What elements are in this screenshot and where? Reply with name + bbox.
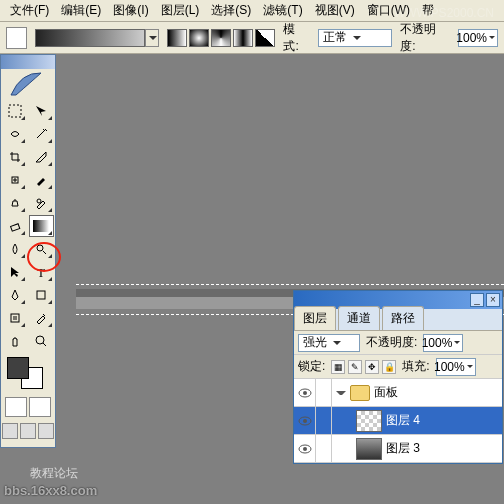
- folder-icon: [350, 385, 370, 401]
- layer-opacity-label: 不透明度:: [366, 334, 417, 351]
- path-selection-tool[interactable]: [2, 261, 27, 283]
- layer-blend-mode-select[interactable]: 强光: [298, 334, 360, 352]
- gradient-picker-dropdown[interactable]: [145, 29, 159, 47]
- radial-gradient-button[interactable]: [189, 29, 209, 47]
- svg-point-11: [303, 391, 307, 395]
- slice-tool[interactable]: [29, 146, 54, 168]
- layer-row[interactable]: 图层 3: [294, 435, 502, 463]
- lock-label: 锁定:: [298, 358, 325, 375]
- blend-mode-select[interactable]: 正常: [318, 29, 392, 47]
- lock-pixels-icon[interactable]: ✎: [348, 360, 362, 374]
- opacity-input[interactable]: 100%: [458, 29, 498, 47]
- panel-close-button[interactable]: ×: [486, 293, 500, 307]
- color-swatches: [5, 357, 51, 393]
- opacity-label: 不透明度:: [400, 21, 450, 55]
- magic-wand-tool[interactable]: [29, 123, 54, 145]
- layer-name-label[interactable]: 图层 4: [386, 412, 420, 429]
- menu-edit[interactable]: 编辑(E): [55, 0, 107, 21]
- diamond-gradient-button[interactable]: [255, 29, 275, 47]
- fill-input[interactable]: 100%: [436, 358, 476, 376]
- linear-gradient-button[interactable]: [167, 29, 187, 47]
- link-cell[interactable]: [316, 407, 332, 435]
- lock-position-icon[interactable]: ✥: [365, 360, 379, 374]
- menu-select[interactable]: 选择(S): [205, 0, 257, 21]
- menu-layer[interactable]: 图层(L): [155, 0, 206, 21]
- toolbox-titlebar[interactable]: [1, 55, 55, 69]
- current-tool-icon[interactable]: [6, 27, 27, 49]
- layer-name-label[interactable]: 图层 3: [386, 440, 420, 457]
- layer-thumbnail[interactable]: [356, 438, 382, 460]
- history-brush-tool[interactable]: [29, 192, 54, 214]
- angle-gradient-button[interactable]: [211, 29, 231, 47]
- marquee-tool[interactable]: [2, 100, 27, 122]
- group-name-label[interactable]: 面板: [374, 384, 398, 401]
- photoshop-logo: [1, 69, 51, 99]
- reflected-gradient-button[interactable]: [233, 29, 253, 47]
- svg-text:T: T: [37, 265, 45, 279]
- toolbox: T: [0, 54, 56, 448]
- hand-tool[interactable]: [2, 330, 27, 352]
- gradient-type-group: [167, 29, 275, 47]
- options-bar: 模式: 正常 不透明度: 100%: [0, 22, 504, 54]
- panel-tabs: 图层 通道 路径: [294, 309, 502, 331]
- pen-tool[interactable]: [2, 284, 27, 306]
- clone-stamp-tool[interactable]: [2, 192, 27, 214]
- type-tool[interactable]: T: [29, 261, 54, 283]
- svg-rect-8: [11, 314, 19, 322]
- svg-point-13: [303, 419, 307, 423]
- lock-options: ▦ ✎ ✥ 🔒: [331, 360, 396, 374]
- eraser-tool[interactable]: [2, 215, 27, 237]
- brush-tool[interactable]: [29, 169, 54, 191]
- watermark-url: WWW.PS2000.CN: [394, 6, 494, 20]
- tab-layers[interactable]: 图层: [294, 306, 336, 330]
- screen-fullmenu-button[interactable]: [20, 423, 36, 439]
- fill-label: 填充:: [402, 358, 429, 375]
- lock-transparency-icon[interactable]: ▦: [331, 360, 345, 374]
- menu-image[interactable]: 图像(I): [107, 0, 154, 21]
- svg-rect-7: [37, 291, 45, 299]
- visibility-toggle-icon[interactable]: [294, 379, 316, 407]
- healing-brush-tool[interactable]: [2, 169, 27, 191]
- blur-tool[interactable]: [2, 238, 27, 260]
- lasso-tool[interactable]: [2, 123, 27, 145]
- screen-full-button[interactable]: [38, 423, 54, 439]
- layer-opacity-input[interactable]: 100%: [423, 334, 463, 352]
- svg-rect-4: [33, 220, 49, 232]
- svg-point-2: [37, 199, 41, 203]
- dodge-tool[interactable]: [29, 238, 54, 260]
- menu-view[interactable]: 视图(V): [309, 0, 361, 21]
- screen-standard-button[interactable]: [2, 423, 18, 439]
- standard-mode-button[interactable]: [5, 397, 27, 417]
- zoom-tool[interactable]: [29, 330, 54, 352]
- visibility-toggle-icon[interactable]: [294, 407, 316, 435]
- link-cell[interactable]: [316, 435, 332, 463]
- quickmask-mode-button[interactable]: [29, 397, 51, 417]
- tab-paths[interactable]: 路径: [382, 306, 424, 330]
- gradient-tool[interactable]: [29, 215, 54, 237]
- selection-marquee-top: [76, 284, 504, 285]
- move-tool[interactable]: [29, 100, 54, 122]
- eyedropper-tool[interactable]: [29, 307, 54, 329]
- layer-list: 面板 图层 4 图层 3: [294, 379, 502, 463]
- layer-row-selected[interactable]: 图层 4: [294, 407, 502, 435]
- notes-tool[interactable]: [2, 307, 27, 329]
- svg-rect-0: [9, 105, 21, 117]
- menu-filter[interactable]: 滤镜(T): [257, 0, 308, 21]
- layer-group-row[interactable]: 面板: [294, 379, 502, 407]
- panel-minimize-button[interactable]: _: [470, 293, 484, 307]
- menu-file[interactable]: 文件(F): [4, 0, 55, 21]
- foreground-color-swatch[interactable]: [7, 357, 29, 379]
- layers-panel: _ × 图层 通道 路径 强光 不透明度: 100% 锁定: ▦ ✎ ✥ 🔒 填…: [293, 290, 503, 464]
- gradient-preview[interactable]: [35, 29, 145, 47]
- group-expand-icon[interactable]: [336, 391, 346, 399]
- layer-thumbnail[interactable]: [356, 410, 382, 432]
- lock-all-icon[interactable]: 🔒: [382, 360, 396, 374]
- crop-tool[interactable]: [2, 146, 27, 168]
- shape-tool[interactable]: [29, 284, 54, 306]
- watermark-forum: 教程论坛: [30, 465, 78, 482]
- link-cell[interactable]: [316, 379, 332, 407]
- svg-point-15: [303, 447, 307, 451]
- visibility-toggle-icon[interactable]: [294, 435, 316, 463]
- tab-channels[interactable]: 通道: [338, 306, 380, 330]
- svg-point-5: [37, 245, 43, 251]
